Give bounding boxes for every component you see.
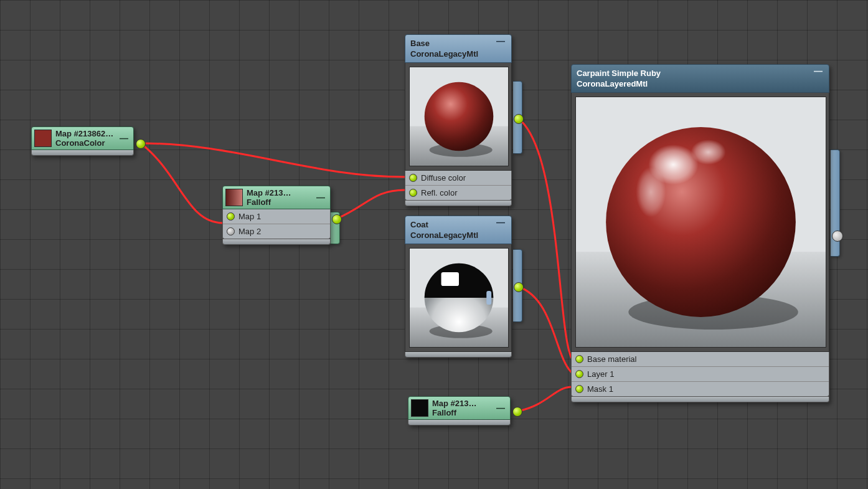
svg-point-15 (691, 140, 725, 164)
node-title: Map #213862… (55, 129, 113, 138)
falloff1-map1-input[interactable] (227, 212, 235, 221)
slot-label: Map 2 (238, 227, 261, 236)
coat-preview (409, 248, 509, 348)
node-title: Map #213… (247, 188, 291, 197)
minimize-icon[interactable]: — (118, 135, 130, 141)
falloff1-output[interactable] (332, 214, 342, 224)
falloff1-map2-input[interactable] (227, 227, 235, 235)
slot-label: Refl. color (421, 188, 458, 197)
node-type: Falloff (432, 408, 477, 417)
base-refl-input[interactable] (409, 189, 417, 197)
node-title: Carpaint Simple Ruby (577, 68, 661, 78)
node-type: CoronaLegacyMtl (410, 230, 478, 240)
layered-preview (575, 97, 826, 348)
node-title: Base (410, 38, 478, 49)
node-falloff1[interactable]: Map #213… Falloff — Map 1 Map 2 (222, 186, 331, 245)
node-type: CoronaLegacyMtl (410, 49, 478, 59)
base-preview (409, 67, 509, 166)
corona-color-swatch (34, 130, 52, 147)
coat-output[interactable] (514, 282, 524, 292)
minimize-icon[interactable]: — (495, 219, 506, 226)
slot-label: Base material (587, 354, 636, 364)
base-diffuse-input[interactable] (409, 174, 417, 182)
svg-rect-9 (486, 291, 491, 305)
slot-label: Diffuse color (421, 173, 466, 183)
layered-layer1-input[interactable] (575, 370, 583, 378)
slot-label: Map 1 (238, 212, 261, 221)
falloff2-swatch (411, 399, 428, 417)
base-output[interactable] (514, 114, 524, 124)
svg-point-16 (636, 167, 666, 217)
minimize-icon[interactable]: — (315, 194, 326, 201)
minimize-icon[interactable]: — (495, 405, 506, 411)
node-base-mtl[interactable]: Base CoronaLegacyMtl — (405, 34, 512, 206)
minimize-icon[interactable]: — (813, 68, 824, 74)
slot-label: Mask 1 (587, 384, 613, 394)
node-type: CoronaLayeredMtl (577, 78, 661, 89)
node-title: Map #213… (432, 399, 477, 408)
svg-point-3 (425, 82, 494, 151)
node-title: Coat (410, 219, 478, 230)
layered-output[interactable] (832, 230, 843, 242)
falloff1-swatch (225, 189, 243, 206)
node-corona-color[interactable]: Map #213862… CoronaColor — (31, 126, 134, 156)
node-type: Falloff (247, 197, 291, 207)
corona-color-output[interactable] (136, 139, 146, 149)
falloff2-output[interactable] (512, 407, 522, 417)
node-falloff2[interactable]: Map #213… Falloff — (408, 396, 511, 425)
slot-label: Layer 1 (587, 369, 614, 379)
svg-rect-8 (441, 272, 459, 286)
layered-mask1-input[interactable] (575, 385, 583, 393)
node-coat-mtl[interactable]: Coat CoronaLegacyMtl — (405, 216, 512, 358)
node-layered-mtl[interactable]: Carpaint Simple Ruby CoronaLayeredMtl — (571, 64, 829, 402)
layered-base-input[interactable] (575, 355, 583, 363)
minimize-icon[interactable]: — (495, 38, 506, 44)
node-type: CoronaColor (55, 138, 113, 148)
